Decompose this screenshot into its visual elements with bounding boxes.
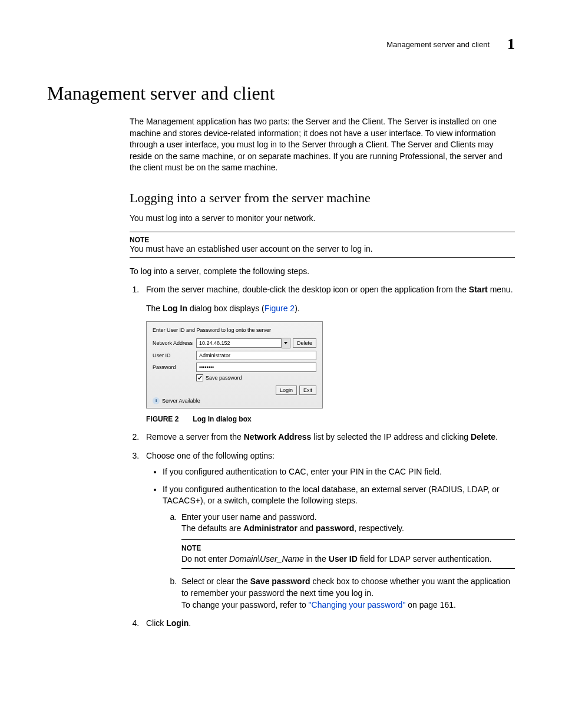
- body: The Management application has two parts…: [130, 116, 515, 630]
- login-intro: You must log into a server to monitor yo…: [130, 213, 515, 225]
- login-button[interactable]: Login: [276, 386, 297, 395]
- figure-link[interactable]: Figure 2: [265, 304, 295, 313]
- login-dialog: Enter User ID and Password to log onto t…: [146, 321, 323, 409]
- running-header: Management server and client 1: [47, 35, 515, 53]
- note-block-1: NOTE You must have an established user a…: [130, 232, 515, 258]
- figure-caption: FIGURE 2Log In dialog box: [146, 414, 515, 424]
- header-section: Management server and client: [386, 40, 490, 49]
- bullet-2: If you configured authentication to the …: [163, 484, 515, 611]
- note-text: Do not enter Domain\User_Name in the Use…: [181, 554, 515, 565]
- bullet-1: If you configured authentication to CAC,…: [163, 466, 515, 478]
- note-label: NOTE: [181, 543, 515, 554]
- page: Management server and client 1 Managemen…: [0, 0, 562, 728]
- status-row: i Server Available: [153, 397, 316, 405]
- intro-paragraph: The Management application has two parts…: [130, 116, 515, 174]
- user-id-row: User ID Administrator: [153, 351, 316, 360]
- user-id-label: User ID: [153, 352, 196, 360]
- network-address-input[interactable]: 10.24.48.152: [196, 338, 282, 348]
- password-row: Password ••••••••: [153, 363, 316, 372]
- steps-intro: To log into a server, complete the follo…: [130, 266, 515, 278]
- page-title: Management server and client: [47, 83, 515, 104]
- save-password-label: Save password: [206, 374, 242, 382]
- note-text: You must have an established user accoun…: [130, 244, 515, 253]
- user-id-input[interactable]: Administrator: [196, 351, 316, 360]
- save-password-row: Save password: [196, 374, 316, 382]
- status-text: Server Available: [162, 397, 200, 405]
- substep-b: Select or clear the Save password check …: [179, 576, 515, 611]
- save-password-checkbox[interactable]: [196, 374, 203, 381]
- password-input[interactable]: ••••••••: [196, 363, 316, 372]
- dropdown-icon[interactable]: [282, 338, 290, 348]
- exit-button[interactable]: Exit: [299, 386, 316, 395]
- figure-2: Enter User ID and Password to log onto t…: [146, 321, 515, 409]
- network-address-label: Network Address: [153, 340, 196, 347]
- step-1: From the server machine, double-click th…: [141, 284, 515, 424]
- network-address-row: Network Address 10.24.48.152 Delete: [153, 338, 316, 348]
- section-heading: Logging into a server from the server ma…: [130, 190, 515, 206]
- changing-password-link[interactable]: "Changing your password": [309, 600, 406, 610]
- note-block-2: NOTE Do not enter Domain\User_Name in th…: [181, 539, 515, 569]
- password-label: Password: [153, 364, 196, 371]
- substep-a: Enter your user name and password. The d…: [179, 512, 515, 569]
- note-label: NOTE: [130, 236, 515, 244]
- dialog-button-row: Login Exit: [153, 386, 316, 395]
- dialog-prompt: Enter User ID and Password to log onto t…: [153, 327, 316, 334]
- step-2: Remove a server from the Network Address…: [141, 431, 515, 443]
- info-icon: i: [153, 397, 160, 404]
- step-3: Choose one of the following optins: If y…: [141, 450, 515, 611]
- bullet-list: If you configured authentication to CAC,…: [146, 466, 515, 611]
- svg-marker-0: [284, 342, 287, 344]
- header-chapter-number: 1: [507, 35, 515, 53]
- steps-list: From the server machine, double-click th…: [130, 284, 515, 630]
- step-4: Click Login.: [141, 618, 515, 630]
- delete-button[interactable]: Delete: [293, 338, 316, 348]
- substeps: Enter your user name and password. The d…: [163, 512, 515, 611]
